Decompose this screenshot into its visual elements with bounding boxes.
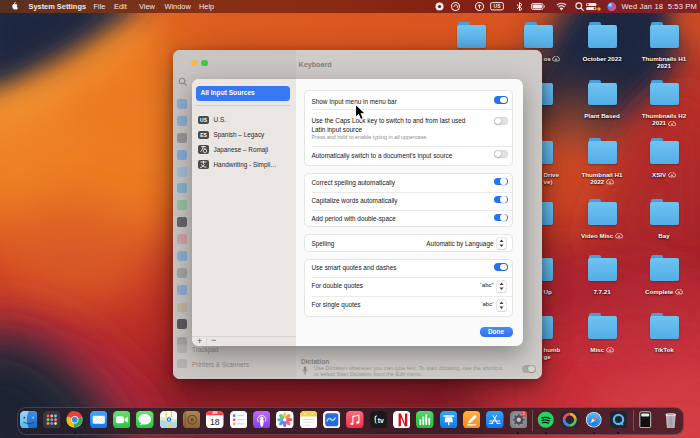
svg-text:tv: tv xyxy=(377,417,383,424)
svg-text:18: 18 xyxy=(210,416,220,426)
svg-text:2: 2 xyxy=(522,412,524,416)
svg-text:JAN: JAN xyxy=(212,411,218,415)
